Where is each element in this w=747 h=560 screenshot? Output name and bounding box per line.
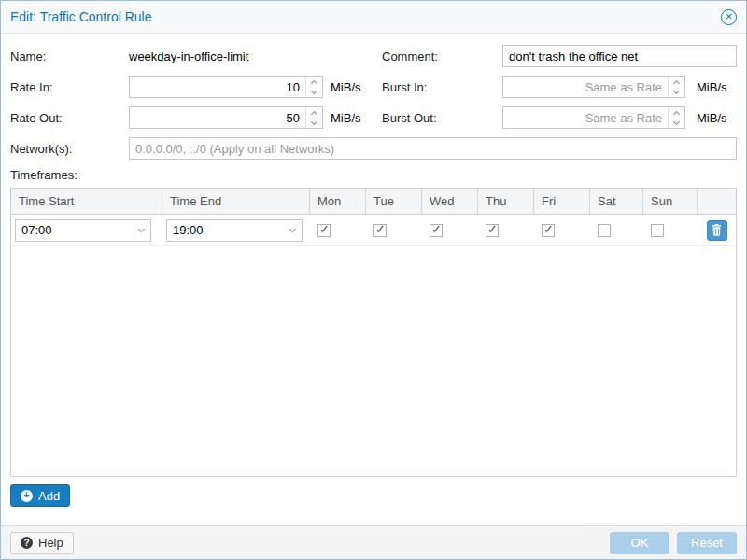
- help-button-label: Help: [38, 536, 63, 550]
- window-header: Edit: Traffic Control Rule: [1, 1, 746, 34]
- col-thu[interactable]: Thu: [478, 189, 534, 214]
- plus-circle-icon: [21, 490, 33, 502]
- close-icon[interactable]: [721, 9, 737, 25]
- col-fri[interactable]: Fri: [534, 189, 590, 214]
- time-end-input[interactable]: [167, 220, 283, 241]
- spinner-up-icon[interactable]: [669, 77, 684, 87]
- fri-cell: [534, 215, 590, 245]
- comment-label: Comment:: [382, 49, 502, 63]
- spinner-up-icon[interactable]: [306, 77, 322, 87]
- form-row-networks: Network(s):: [10, 137, 737, 160]
- time-end-combo: [166, 219, 303, 242]
- form-row-rate-out: Rate Out: MiB/s Burst Out:: [10, 106, 737, 129]
- wed-cell: [422, 215, 478, 245]
- dialog-body: Name: weekday-in-office-limit Comment: R…: [1, 34, 746, 525]
- spinner-up-icon[interactable]: [306, 107, 322, 118]
- trash-icon: [712, 224, 722, 236]
- rate-out-input[interactable]: [130, 107, 305, 128]
- add-button[interactable]: Add: [10, 484, 70, 507]
- burst-out-field: [502, 106, 685, 129]
- time-start-combo: [15, 219, 151, 242]
- checkbox-fri[interactable]: [542, 224, 555, 237]
- form-row-name-comment: Name: weekday-in-office-limit Comment:: [10, 45, 737, 67]
- thu-cell: [478, 215, 534, 245]
- col-sat[interactable]: Sat: [590, 189, 643, 214]
- burst-out-spinner: [668, 107, 684, 128]
- timeframe-row[interactable]: [11, 215, 736, 246]
- networks-input[interactable]: [129, 137, 737, 160]
- checkbox-mon[interactable]: [317, 224, 331, 237]
- burst-in-field: [502, 76, 685, 98]
- time-start-input[interactable]: [16, 220, 132, 241]
- window-title: Edit: Traffic Control Rule: [10, 9, 151, 24]
- checkbox-tue[interactable]: [374, 224, 387, 237]
- actions-cell: [698, 215, 736, 245]
- chevron-down-icon[interactable]: [283, 220, 302, 241]
- col-time-end[interactable]: Time End: [162, 189, 310, 214]
- rate-in-field: [129, 76, 323, 98]
- time-start-cell: [11, 215, 162, 245]
- burst-in-spinner: [668, 77, 684, 97]
- mon-cell: [310, 215, 366, 245]
- col-sun[interactable]: Sun: [643, 189, 698, 214]
- tue-cell: [366, 215, 422, 245]
- rate-in-unit: MiB/s: [331, 80, 361, 94]
- burst-out-unit: MiB/s: [697, 111, 727, 125]
- burst-in-unit: MiB/s: [697, 80, 727, 94]
- rate-in-input[interactable]: [130, 77, 305, 97]
- name-label: Name:: [10, 49, 129, 63]
- comment-input[interactable]: [502, 45, 737, 67]
- spinner-up-icon[interactable]: [669, 107, 684, 118]
- col-mon[interactable]: Mon: [310, 189, 366, 214]
- time-end-cell: [162, 215, 310, 245]
- col-tue[interactable]: Tue: [366, 189, 422, 214]
- rate-out-spinner: [305, 107, 322, 128]
- add-button-label: Add: [38, 489, 60, 503]
- col-wed[interactable]: Wed: [422, 189, 478, 214]
- timeframes-label: Timeframes:: [10, 168, 737, 182]
- timeframes-table: Time Start Time End Mon Tue Wed Thu Fri …: [10, 188, 737, 477]
- rate-in-spinner: [305, 77, 322, 97]
- checkbox-sat[interactable]: [598, 224, 611, 237]
- checkbox-wed[interactable]: [430, 224, 443, 237]
- form-row-rate-in: Rate In: MiB/s Burst In:: [10, 76, 737, 98]
- rate-out-unit: MiB/s: [331, 111, 361, 125]
- table-empty-area: [11, 246, 736, 476]
- help-button[interactable]: Help: [10, 532, 74, 554]
- name-value: weekday-in-office-limit: [129, 49, 248, 63]
- checkbox-sun[interactable]: [651, 224, 664, 237]
- rate-in-label: Rate In:: [10, 80, 129, 94]
- burst-in-input[interactable]: [503, 77, 668, 97]
- col-time-start[interactable]: Time Start: [11, 189, 162, 214]
- burst-out-label: Burst Out:: [382, 111, 502, 125]
- dialog-footer: Help OK Reset: [1, 525, 746, 559]
- spinner-down-icon[interactable]: [669, 118, 684, 128]
- networks-label: Network(s):: [10, 142, 129, 156]
- table-header: Time Start Time End Mon Tue Wed Thu Fri …: [11, 189, 736, 215]
- spinner-down-icon[interactable]: [669, 87, 684, 97]
- sat-cell: [590, 215, 643, 245]
- spinner-down-icon[interactable]: [306, 118, 322, 128]
- ok-button[interactable]: OK: [610, 532, 669, 554]
- rate-out-field: [129, 106, 323, 129]
- burst-out-input[interactable]: [503, 107, 668, 128]
- edit-traffic-control-rule-dialog: Edit: Traffic Control Rule Name: weekday…: [0, 0, 747, 560]
- burst-in-label: Burst In:: [382, 80, 502, 94]
- spinner-down-icon[interactable]: [306, 87, 322, 97]
- delete-row-button[interactable]: [707, 220, 727, 241]
- help-icon: [21, 537, 33, 549]
- chevron-down-icon[interactable]: [132, 220, 150, 241]
- reset-button[interactable]: Reset: [677, 532, 737, 554]
- sun-cell: [643, 215, 698, 245]
- checkbox-thu[interactable]: [486, 224, 499, 237]
- rate-out-label: Rate Out:: [10, 111, 129, 125]
- col-actions: [698, 189, 736, 214]
